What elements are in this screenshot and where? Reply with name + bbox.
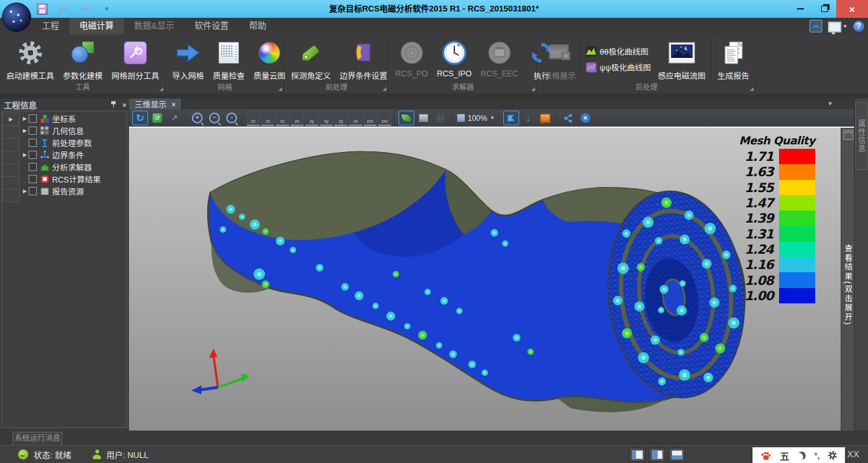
view-orientation-button-6[interactable]: xy — [320, 111, 333, 126]
view-orientation-button-9[interactable]: zvx — [363, 111, 377, 126]
ribbon-button[interactable]: 感应电磁流图 — [653, 36, 710, 83]
ribbon-button[interactable]: 质量检查 — [208, 36, 249, 83]
close-button[interactable]: × — [836, 0, 868, 18]
expander-icon[interactable]: ▶ — [21, 128, 29, 134]
tree-gutter-cell[interactable] — [2, 190, 20, 202]
grid-mode-button[interactable] — [433, 111, 449, 125]
ribbon-button-small[interactable]: θθ极化曲线图 — [586, 45, 651, 57]
tree-item-5[interactable]: 分析求解器 — [21, 161, 126, 173]
tree-gutter-cell[interactable] — [2, 126, 20, 139]
ime-toolbar[interactable]: 五 °, — [752, 447, 845, 463]
layout-split-button[interactable] — [649, 448, 665, 462]
tree-item-4[interactable]: ▶边界条件 — [21, 149, 126, 161]
help-button[interactable]: ? — [853, 21, 864, 32]
property-info-tab[interactable]: 属性信息 — [855, 102, 867, 170]
tree-checkbox[interactable] — [29, 139, 37, 147]
menu-tab-1[interactable]: 工程 — [32, 18, 69, 34]
view-orientation-button-8[interactable]: vx — [349, 111, 362, 126]
tree-checkbox[interactable] — [29, 187, 37, 195]
zoom-window-button[interactable]: ▫ — [224, 111, 240, 125]
ime-settings-icon[interactable] — [828, 451, 837, 460]
tree-checkbox[interactable] — [29, 163, 37, 171]
style-switcher-button[interactable]: ▼ — [828, 20, 848, 32]
orbit-tool-button[interactable]: ↺ — [149, 111, 165, 125]
menu-tab-5[interactable]: 帮助 — [239, 18, 276, 34]
tree-gutter-cell[interactable] — [2, 177, 20, 190]
tree-checkbox[interactable] — [29, 175, 37, 183]
ribbon-button[interactable]: RCS_IPO — [432, 36, 476, 83]
tree-checkbox[interactable] — [29, 151, 37, 159]
view-orientation-button-4[interactable]: zx — [290, 111, 304, 126]
tree-item-3[interactable]: T前处理参数 — [21, 137, 126, 149]
group-dialog-launcher[interactable] — [750, 87, 754, 91]
ribbon-button[interactable]: 质量云图 — [249, 36, 290, 83]
ime-punct-label[interactable]: °, — [814, 451, 820, 460]
zoom-out-button[interactable]: − — [207, 111, 222, 125]
menu-tab-2[interactable]: 电磁计算 — [69, 18, 124, 34]
minimize-button[interactable] — [788, 0, 812, 18]
ribbon-button[interactable]: 启动建模工具 — [2, 36, 58, 83]
tree-checkbox[interactable] — [29, 114, 37, 123]
tab-3d-display[interactable]: 三维显示 × — [129, 99, 182, 109]
rotate-tool-button[interactable]: ↻ — [132, 111, 148, 125]
tab-close-icon[interactable]: × — [172, 100, 175, 108]
pan-tool-button[interactable]: ↗ — [166, 111, 182, 125]
expander-icon[interactable]: ▶ — [21, 152, 29, 158]
tree-item-1[interactable]: ▶坐标系 — [21, 113, 126, 125]
restore-button[interactable] — [812, 0, 836, 18]
view-orientation-button-5[interactable]: zy — [305, 111, 318, 126]
tree-gutter-cell[interactable] — [2, 151, 20, 164]
collapse-ribbon-button[interactable]: ︿ — [810, 20, 822, 32]
ribbon-button[interactable]: 探测角定义 — [287, 36, 336, 83]
tree-item-2[interactable]: ▶几何信息 — [21, 125, 126, 137]
zoom-in-button[interactable]: + — [189, 111, 205, 125]
group-dialog-launcher[interactable] — [383, 87, 386, 91]
tree-gutter-cell[interactable]: ▶ — [2, 113, 20, 126]
system-message-tab[interactable]: 系统运行消息 — [13, 432, 62, 445]
group-dialog-launcher[interactable] — [278, 87, 282, 91]
tree-gutter-cell[interactable] — [2, 164, 20, 177]
layout-bottom-button[interactable] — [668, 448, 685, 462]
snapshot-button[interactable] — [538, 111, 553, 125]
view-orientation-button-2[interactable]: zx — [261, 111, 275, 126]
tree-gutter-cell[interactable] — [2, 139, 20, 151]
ime-mode-label[interactable]: 五 — [780, 449, 789, 462]
panel-close-button[interactable]: × — [123, 101, 126, 109]
view-orientation-button-3[interactable]: xz — [276, 111, 289, 126]
ribbon-button[interactable]: 参数化建模 — [58, 36, 107, 83]
pan-icon: ↗ — [171, 113, 178, 123]
expander-icon[interactable]: ▶ — [21, 188, 29, 194]
tree-item-6[interactable]: RCS计算结果 — [21, 173, 126, 185]
layout-left-button[interactable] — [629, 448, 646, 462]
menu-tab-4[interactable]: 软件设置 — [184, 18, 239, 34]
view-orientation-button-10[interactable]: zxv — [378, 111, 391, 126]
expander-icon[interactable]: ▶ — [21, 116, 29, 121]
ribbon-button[interactable]: 网格剖分工具 — [107, 36, 164, 83]
photo-icon — [668, 42, 695, 64]
flow-display-button[interactable] — [560, 111, 576, 125]
group-dialog-launcher[interactable] — [531, 87, 535, 91]
render-canvas[interactable]: Mesh Quality 1.711.631.551.471.391.311.2… — [129, 128, 855, 431]
zoom-scale-select[interactable]: 100% ▼ — [455, 111, 497, 125]
ribbon-button[interactable]: 生成报告 — [713, 36, 754, 83]
tab-list-dropdown[interactable]: ▼ — [827, 100, 833, 107]
view-orientation-button-7[interactable]: zy — [334, 111, 348, 126]
capture-view-button[interactable] — [503, 111, 519, 125]
ribbon-button-small[interactable]: ψψ极化曲线图 — [586, 61, 651, 73]
ribbon-button[interactable]: 边界条件设置 — [336, 36, 392, 83]
export-down-button[interactable]: ↓ — [520, 111, 536, 125]
view-results-tab[interactable]: 查看结果(双击展开) — [842, 140, 854, 431]
pin-button[interactable] — [111, 100, 116, 109]
ime-moon-icon[interactable] — [797, 452, 806, 460]
result-strip-button[interactable] — [843, 130, 853, 140]
tree-item-7[interactable]: ▶报告资源 — [21, 185, 126, 197]
ribbon-button[interactable]: 导入网格 — [168, 36, 208, 83]
flat-mode-button[interactable] — [416, 111, 431, 125]
shaded-mode-button[interactable] — [398, 111, 414, 125]
menu-tab-3[interactable]: 数据&显示 — [124, 18, 184, 34]
close-view-button[interactable]: × — [578, 111, 593, 125]
group-dialog-launcher[interactable] — [159, 87, 163, 91]
button-label: 启动建模工具 — [6, 69, 54, 81]
tree-checkbox[interactable] — [29, 127, 37, 135]
view-orientation-button-1[interactable]: xz — [247, 111, 260, 126]
